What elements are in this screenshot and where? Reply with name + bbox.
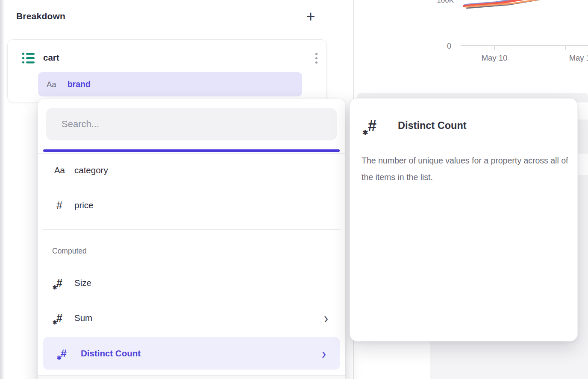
x-axis-line: [461, 45, 588, 46]
y-axis-label-0: 0: [440, 42, 451, 51]
next-section-strip: [38, 376, 345, 379]
tab-bar-underline: [38, 153, 345, 154]
card-menu-button[interactable]: [307, 48, 326, 68]
computed-option-distinct-count[interactable]: ✱# Distinct Count ›: [43, 337, 340, 370]
kebab-icon: [315, 53, 318, 55]
selected-property-label: brand: [68, 79, 91, 89]
list-icon: [22, 52, 35, 64]
property-option-label: price: [74, 200, 93, 210]
x-axis-label-may10: May 10: [473, 53, 516, 63]
property-option-price[interactable]: # price: [41, 190, 342, 220]
option-description-tooltip: ✱# Distinct Count The number of unique v…: [350, 98, 578, 341]
text-type-icon: Aa: [47, 80, 56, 89]
left-edge-shading: [0, 0, 5, 379]
y-axis-label-100k: 100K: [426, 0, 454, 5]
computed-section-label: Computed: [52, 247, 87, 256]
line-chart-series: [462, 0, 588, 17]
text-type-icon: Aa: [54, 165, 65, 175]
computed-number-icon: ✱#: [368, 118, 376, 134]
list-name-label: cart: [43, 52, 59, 63]
selected-property-chip[interactable]: Aa brand: [38, 72, 302, 96]
property-option-label: category: [74, 165, 108, 175]
computed-option-label: Sum: [74, 313, 92, 323]
computed-option-sum[interactable]: ✱# Sum ›: [41, 303, 342, 333]
computed-number-icon: ✱#: [56, 278, 62, 289]
computed-option-label: Distinct Count: [81, 348, 141, 359]
computed-option-label: Size: [74, 278, 91, 288]
active-tab-indicator: [43, 149, 340, 152]
plus-icon: +: [306, 9, 315, 24]
chevron-right-icon: ›: [322, 346, 326, 361]
x-axis-label-may17: May 17: [561, 53, 588, 63]
computed-number-icon: ✱#: [61, 348, 67, 359]
tooltip-description: The number of unique values for a proper…: [362, 152, 579, 186]
app-canvas: 100K 0 May 10 May 17 Breakdown + cart Aa…: [0, 0, 588, 379]
computed-option-size[interactable]: ✱# Size: [41, 268, 342, 298]
section-divider: [43, 229, 340, 230]
add-breakdown-button[interactable]: +: [301, 7, 320, 26]
breakdown-section-title: Breakdown: [16, 11, 65, 21]
property-dropdown: Aa category # price Computed ✱# Size ✱# …: [38, 99, 345, 379]
x-axis-tick: [565, 46, 566, 50]
x-axis-tick: [494, 46, 495, 50]
property-option-category[interactable]: Aa category: [41, 155, 342, 185]
chevron-right-icon: ›: [324, 311, 328, 326]
breakdown-card: cart Aa brand: [7, 39, 327, 102]
number-type-icon: #: [56, 199, 62, 212]
computed-number-icon: ✱#: [56, 313, 62, 324]
tooltip-title: Distinct Count: [398, 120, 467, 131]
search-input[interactable]: [46, 108, 337, 140]
